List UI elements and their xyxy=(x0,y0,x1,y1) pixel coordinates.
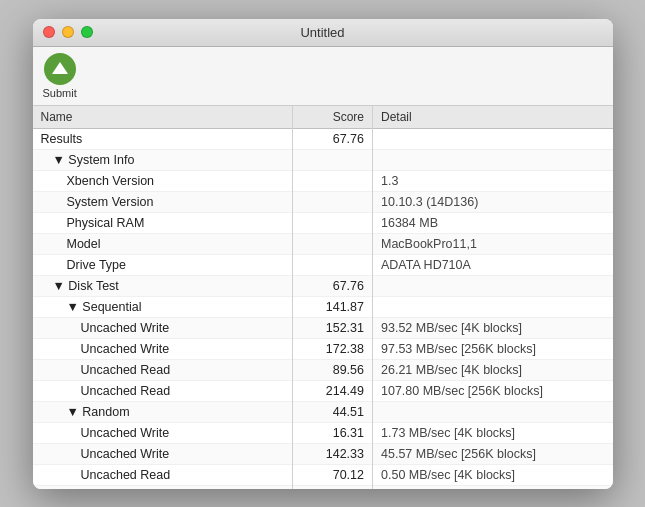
row-score xyxy=(293,191,373,212)
table-row: Uncached Read214.49107.80 MB/sec [256K b… xyxy=(33,380,613,401)
row-name: ▼ Disk Test xyxy=(33,275,293,296)
col-header-score: Score xyxy=(293,106,373,129)
window-title: Untitled xyxy=(300,25,344,40)
toolbar: Submit xyxy=(33,47,613,106)
row-score xyxy=(293,212,373,233)
row-score: 141.87 xyxy=(293,296,373,317)
row-name: Uncached Read xyxy=(33,485,293,489)
row-score xyxy=(293,233,373,254)
row-name: System Version xyxy=(33,191,293,212)
row-score: 214.49 xyxy=(293,380,373,401)
row-detail: MacBookPro11,1 xyxy=(373,233,613,254)
row-detail: 25.58 MB/sec [256K blocks] xyxy=(373,485,613,489)
submit-button[interactable]: Submit xyxy=(43,53,77,99)
row-score: 152.31 xyxy=(293,317,373,338)
row-detail xyxy=(373,401,613,422)
row-detail: 93.52 MB/sec [4K blocks] xyxy=(373,317,613,338)
table-row: Physical RAM16384 MB xyxy=(33,212,613,233)
row-detail: 1.73 MB/sec [4K blocks] xyxy=(373,422,613,443)
table-header-row: Name Score Detail xyxy=(33,106,613,129)
row-score: 70.12 xyxy=(293,464,373,485)
row-score xyxy=(293,149,373,170)
row-detail xyxy=(373,149,613,170)
row-name: Uncached Write xyxy=(33,338,293,359)
close-button[interactable] xyxy=(43,26,55,38)
row-score: 142.33 xyxy=(293,443,373,464)
title-bar: Untitled xyxy=(33,19,613,47)
row-detail xyxy=(373,128,613,149)
table-row: Uncached Write142.3345.57 MB/sec [256K b… xyxy=(33,443,613,464)
row-detail: 10.10.3 (14D136) xyxy=(373,191,613,212)
row-detail: 97.53 MB/sec [256K blocks] xyxy=(373,338,613,359)
row-detail: 16384 MB xyxy=(373,212,613,233)
row-detail: 26.21 MB/sec [4K blocks] xyxy=(373,359,613,380)
row-score: 67.76 xyxy=(293,275,373,296)
row-name: Model xyxy=(33,233,293,254)
window-controls xyxy=(43,26,93,38)
row-detail: 1.3 xyxy=(373,170,613,191)
row-score: 137.87 xyxy=(293,485,373,489)
row-detail: 45.57 MB/sec [256K blocks] xyxy=(373,443,613,464)
table-row: ▼ Disk Test67.76 xyxy=(33,275,613,296)
row-name: ▼ System Info xyxy=(33,149,293,170)
table-row: Uncached Read137.8725.58 MB/sec [256K bl… xyxy=(33,485,613,489)
table-row: ModelMacBookPro11,1 xyxy=(33,233,613,254)
row-score: 89.56 xyxy=(293,359,373,380)
results-table-container[interactable]: Name Score Detail Results67.76▼ System I… xyxy=(33,106,613,489)
row-name: Uncached Read xyxy=(33,464,293,485)
table-row: System Version10.10.3 (14D136) xyxy=(33,191,613,212)
row-name: ▼ Sequential xyxy=(33,296,293,317)
col-header-detail: Detail xyxy=(373,106,613,129)
row-name: Uncached Read xyxy=(33,359,293,380)
table-row: ▼ Sequential141.87 xyxy=(33,296,613,317)
row-detail xyxy=(373,275,613,296)
table-row: Uncached Read70.120.50 MB/sec [4K blocks… xyxy=(33,464,613,485)
row-name: ▼ Random xyxy=(33,401,293,422)
row-name: Uncached Read xyxy=(33,380,293,401)
row-name: Uncached Write xyxy=(33,317,293,338)
row-score: 16.31 xyxy=(293,422,373,443)
row-name: Uncached Write xyxy=(33,422,293,443)
table-row: Results67.76 xyxy=(33,128,613,149)
row-name: Physical RAM xyxy=(33,212,293,233)
table-row: Uncached Write152.3193.52 MB/sec [4K blo… xyxy=(33,317,613,338)
row-score: 67.76 xyxy=(293,128,373,149)
row-score: 44.51 xyxy=(293,401,373,422)
minimize-button[interactable] xyxy=(62,26,74,38)
row-score: 172.38 xyxy=(293,338,373,359)
table-row: ▼ Random44.51 xyxy=(33,401,613,422)
table-row: ▼ System Info xyxy=(33,149,613,170)
table-row: Drive TypeADATA HD710A xyxy=(33,254,613,275)
col-header-name: Name xyxy=(33,106,293,129)
submit-icon xyxy=(44,53,76,85)
row-detail: 0.50 MB/sec [4K blocks] xyxy=(373,464,613,485)
row-detail xyxy=(373,296,613,317)
row-name: Drive Type xyxy=(33,254,293,275)
table-row: Uncached Write172.3897.53 MB/sec [256K b… xyxy=(33,338,613,359)
row-score xyxy=(293,170,373,191)
row-name: Xbench Version xyxy=(33,170,293,191)
row-score xyxy=(293,254,373,275)
submit-label: Submit xyxy=(43,87,77,99)
row-detail: ADATA HD710A xyxy=(373,254,613,275)
table-row: Uncached Read89.5626.21 MB/sec [4K block… xyxy=(33,359,613,380)
maximize-button[interactable] xyxy=(81,26,93,38)
table-row: Xbench Version1.3 xyxy=(33,170,613,191)
main-window: Untitled Submit Name Score Detail Result… xyxy=(33,19,613,489)
table-row: Uncached Write16.311.73 MB/sec [4K block… xyxy=(33,422,613,443)
row-detail: 107.80 MB/sec [256K blocks] xyxy=(373,380,613,401)
row-name: Uncached Write xyxy=(33,443,293,464)
results-table: Name Score Detail Results67.76▼ System I… xyxy=(33,106,613,489)
row-name: Results xyxy=(33,128,293,149)
